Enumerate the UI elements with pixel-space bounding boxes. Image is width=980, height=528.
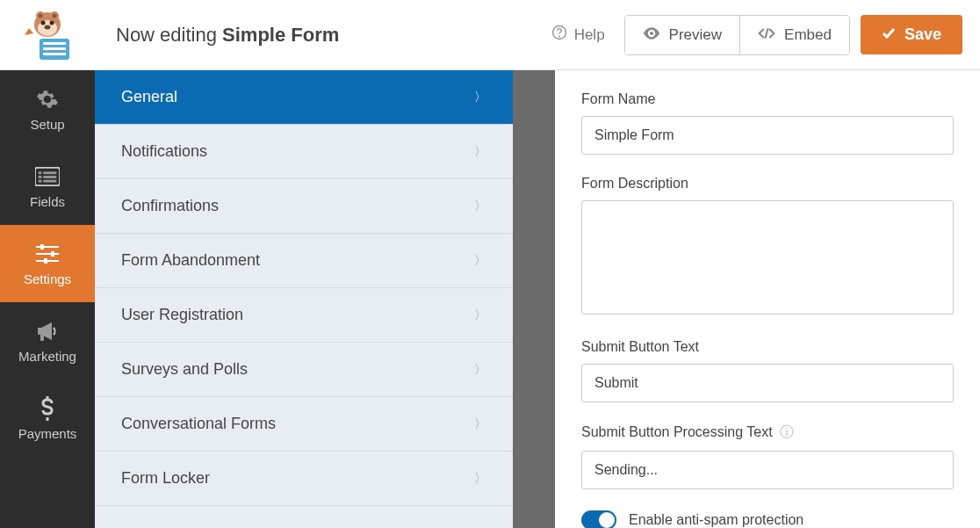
sidebar-item-label: Marketing: [18, 349, 76, 364]
question-icon: ⓘ: [780, 424, 794, 439]
svg-point-3: [39, 13, 43, 18]
panel-item-user-registration[interactable]: User Registration〉: [95, 288, 513, 343]
svg-rect-27: [51, 251, 54, 257]
antispam-toggle[interactable]: [581, 510, 616, 528]
svg-rect-24: [36, 253, 59, 255]
panel-item-label: Form Abandonment: [121, 251, 260, 270]
svg-rect-12: [43, 53, 66, 55]
panel-item-confirmations[interactable]: Confirmations〉: [95, 179, 513, 234]
code-icon: [758, 26, 775, 44]
embed-button[interactable]: Embed: [739, 16, 849, 54]
topbar-actions: Help Preview Embed Save: [543, 15, 980, 55]
preview-embed-group: Preview Embed: [624, 15, 850, 55]
processing-text-input[interactable]: [581, 451, 954, 489]
sidebar-item-label: Settings: [24, 271, 71, 286]
form-description-label: Form Description: [581, 176, 954, 192]
svg-point-4: [53, 13, 57, 18]
sidebar-item-label: Payments: [18, 426, 77, 441]
page-title: Now editing Simple Form: [95, 24, 543, 47]
wpforms-logo: [0, 0, 95, 70]
save-button[interactable]: Save: [861, 15, 962, 54]
bullhorn-icon: [35, 319, 60, 344]
preview-button[interactable]: Preview: [625, 16, 739, 54]
panel-item-label: General: [121, 88, 177, 106]
svg-rect-21: [39, 179, 42, 182]
main: SetupFieldsSettingsMarketingPayments Gen…: [0, 70, 980, 528]
svg-rect-20: [43, 176, 56, 178]
panel-item-label: Confirmations: [121, 197, 219, 215]
settings-panel: General〉Notifications〉Confirmations〉Form…: [95, 70, 513, 528]
eye-icon: [643, 26, 660, 44]
svg-rect-23: [36, 246, 59, 248]
form-description-input[interactable]: [581, 200, 954, 315]
panel-item-label: Surveys and Polls: [121, 360, 248, 379]
panel-item-surveys-and-polls[interactable]: Surveys and Polls〉: [95, 343, 513, 397]
chevron-right-icon: 〉: [474, 199, 486, 214]
gutter: [513, 70, 555, 528]
svg-rect-29: [40, 335, 44, 341]
svg-point-8: [45, 25, 51, 29]
chevron-right-icon: 〉: [474, 90, 486, 105]
panel-item-label: Form Locker: [121, 469, 210, 488]
panel-item-label: Notifications: [121, 142, 207, 161]
panel-item-notifications[interactable]: Notifications〉: [95, 125, 513, 179]
processing-text-label: Submit Button Processing Text ⓘ: [581, 423, 954, 442]
panel-item-form-locker[interactable]: Form Locker〉: [95, 452, 513, 506]
panel-item-conversational-forms[interactable]: Conversational Forms〉: [95, 397, 513, 452]
panel-item-form-abandonment[interactable]: Form Abandonment〉: [95, 234, 513, 288]
sliders-icon: [35, 242, 60, 266]
sidebar-item-marketing[interactable]: Marketing: [0, 302, 95, 380]
submit-text-label: Submit Button Text: [581, 339, 954, 355]
check-icon: [882, 25, 896, 44]
question-icon: [551, 25, 567, 45]
svg-point-7: [50, 20, 54, 25]
svg-rect-28: [44, 258, 47, 264]
chevron-right-icon: 〉: [474, 307, 486, 323]
chevron-right-icon: 〉: [474, 253, 486, 269]
svg-rect-19: [39, 176, 42, 178]
sidebar-item-setup[interactable]: Setup: [0, 70, 95, 148]
dollar-icon: [35, 396, 60, 421]
chevron-right-icon: 〉: [474, 471, 486, 487]
content-area: Form Name Form Description Submit Button…: [555, 70, 980, 528]
svg-point-6: [41, 20, 46, 25]
list-icon: [35, 164, 60, 189]
svg-rect-11: [43, 47, 66, 50]
form-name-label: Form Name: [581, 91, 954, 107]
svg-rect-26: [40, 244, 44, 250]
svg-point-14: [558, 36, 559, 37]
sidebar-item-fields[interactable]: Fields: [0, 148, 95, 225]
svg-rect-17: [39, 171, 42, 174]
topbar: Now editing Simple Form Help Preview Emb…: [0, 0, 980, 70]
chevron-right-icon: 〉: [474, 144, 486, 160]
panel-item-label: User Registration: [121, 306, 243, 324]
help-button[interactable]: Help: [543, 25, 614, 45]
gear-icon: [35, 87, 60, 112]
chevron-right-icon: 〉: [474, 362, 486, 378]
svg-rect-22: [43, 179, 56, 182]
antispam-label: Enable anti-spam protection: [629, 512, 803, 528]
svg-rect-10: [43, 42, 66, 45]
sidebar-item-settings[interactable]: Settings: [0, 225, 95, 302]
panel-item-general[interactable]: General〉: [95, 70, 513, 125]
sidebar-item-label: Fields: [30, 194, 65, 209]
submit-text-input[interactable]: [581, 364, 954, 402]
panel-item-label: Conversational Forms: [121, 415, 276, 433]
svg-point-15: [650, 31, 653, 34]
sidebar-item-payments[interactable]: Payments: [0, 380, 95, 457]
form-name-input[interactable]: [581, 116, 954, 155]
sidebar-item-label: Setup: [30, 117, 64, 132]
chevron-right-icon: 〉: [474, 416, 486, 432]
svg-rect-18: [43, 171, 56, 174]
sidebar: SetupFieldsSettingsMarketingPayments: [0, 70, 95, 528]
